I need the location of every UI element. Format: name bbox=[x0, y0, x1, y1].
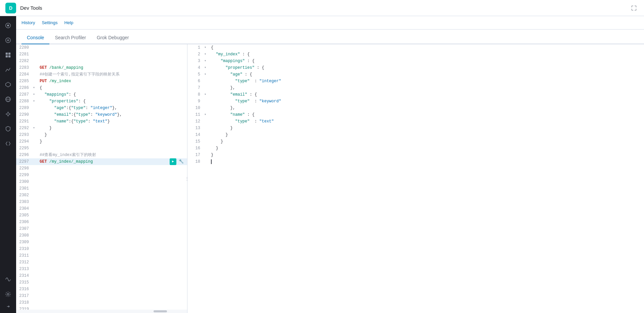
left-code-editor[interactable]: 2280 2281 2282 2283 GET /bank/_mapping22… bbox=[16, 44, 187, 310]
settings-link[interactable]: Settings bbox=[42, 19, 57, 27]
left-pane: 2280 2281 2282 2283 GET /bank/_mapping22… bbox=[16, 44, 187, 313]
fold-arrow bbox=[33, 138, 38, 145]
line-content: "name" : { bbox=[210, 111, 644, 118]
left-code-line-2283: 2283 GET /bank/_mapping bbox=[16, 64, 187, 71]
fold-arrow bbox=[33, 259, 38, 266]
help-link[interactable]: Help bbox=[64, 19, 73, 27]
left-code-line-2304: 2304 bbox=[16, 205, 187, 212]
right-code-line-18: 18 bbox=[187, 158, 644, 165]
line-number: 2305 bbox=[16, 212, 33, 219]
line-number: 2285 bbox=[16, 78, 33, 85]
fold-arrow bbox=[33, 165, 38, 172]
line-number: 2 bbox=[187, 51, 204, 58]
history-link[interactable]: History bbox=[22, 19, 35, 27]
right-code-line-6: 6 "type" : "integer" bbox=[187, 78, 644, 85]
fold-arrow bbox=[204, 138, 210, 145]
left-code-line-2314: 2314 bbox=[16, 272, 187, 279]
sidebar-icon-home[interactable] bbox=[1, 19, 15, 32]
line-number: 2287 bbox=[16, 91, 33, 98]
fold-arrow[interactable]: ▾ bbox=[204, 64, 210, 71]
fold-arrow[interactable]: ▾ bbox=[33, 125, 38, 132]
line-content: { bbox=[210, 44, 644, 51]
right-code-line-17: 17 } bbox=[187, 152, 644, 158]
line-number: 2316 bbox=[16, 286, 33, 293]
line-content: } bbox=[210, 125, 644, 132]
fold-arrow bbox=[33, 178, 38, 185]
fold-arrow bbox=[33, 118, 38, 125]
fold-arrow[interactable]: ▾ bbox=[33, 85, 38, 91]
left-h-scroll-thumb bbox=[154, 310, 167, 312]
line-content: "my_index" : { bbox=[210, 51, 644, 58]
line-content: "properties": { bbox=[38, 98, 187, 105]
line-number: 5 bbox=[187, 71, 204, 78]
left-code-line-2291: 2291 "name":{"type": "text"} bbox=[16, 118, 187, 125]
line-content: "mappings": { bbox=[38, 91, 187, 98]
sidebar-icon-discover[interactable] bbox=[1, 34, 15, 47]
nav-arrow[interactable]: ➜ bbox=[7, 302, 10, 310]
left-h-scroll[interactable] bbox=[16, 310, 187, 313]
fold-arrow bbox=[33, 232, 38, 239]
sidebar-icon-monitoring[interactable] bbox=[1, 273, 15, 286]
fold-arrow bbox=[204, 152, 210, 158]
text-cursor bbox=[211, 159, 212, 164]
line-number: 2313 bbox=[16, 266, 33, 272]
sidebar-icon-canvas[interactable] bbox=[1, 78, 15, 91]
line-number: 2303 bbox=[16, 199, 33, 205]
run-button[interactable]: ▶ bbox=[170, 158, 176, 165]
sidebar-icon-visualize[interactable] bbox=[1, 63, 15, 76]
fold-arrow[interactable]: ▾ bbox=[204, 51, 210, 58]
line-number: 2296 bbox=[16, 152, 33, 158]
line-number: 2317 bbox=[16, 293, 33, 299]
line-number: 11 bbox=[187, 111, 204, 118]
right-code-line-8: 8▾ "email" : { bbox=[187, 91, 644, 98]
left-code-line-2318: 2318 bbox=[16, 299, 187, 306]
left-code-line-2293: 2293 } bbox=[16, 132, 187, 138]
fold-arrow bbox=[33, 172, 38, 178]
fold-arrow bbox=[33, 152, 38, 158]
tab-console[interactable]: Console bbox=[22, 32, 49, 44]
tab-grok-debugger[interactable]: Grok Debugger bbox=[91, 32, 134, 44]
fold-arrow[interactable]: ▾ bbox=[33, 91, 38, 98]
fold-arrow bbox=[33, 44, 38, 51]
sidebar-icon-dashboard[interactable] bbox=[1, 48, 15, 62]
sidebar-icon-settings[interactable] bbox=[1, 288, 15, 301]
fold-arrow[interactable]: ▾ bbox=[204, 111, 210, 118]
pane-drag-handle[interactable] bbox=[186, 44, 187, 313]
fold-arrow[interactable]: ▾ bbox=[204, 71, 210, 78]
left-code-line-2306: 2306 bbox=[16, 219, 187, 225]
tab-search-profiler[interactable]: Search Profiler bbox=[49, 32, 91, 44]
fullscreen-icon[interactable] bbox=[629, 3, 639, 13]
line-number: 2314 bbox=[16, 272, 33, 279]
fold-arrow[interactable]: ▾ bbox=[33, 98, 38, 105]
left-code-line-2290: 2290 "email":{"type": "keyword"}, bbox=[16, 111, 187, 118]
fold-arrow bbox=[33, 225, 38, 232]
right-code-line-3: 3▾ "mappings" : { bbox=[187, 58, 644, 64]
line-content: } bbox=[210, 132, 644, 138]
fold-arrow bbox=[204, 132, 210, 138]
right-code-line-13: 13 } bbox=[187, 125, 644, 132]
sidebar-icon-siem[interactable] bbox=[1, 122, 15, 136]
sidebar-icon-devtools[interactable] bbox=[1, 137, 15, 150]
fold-arrow[interactable]: ▾ bbox=[204, 58, 210, 64]
line-content: ##查看my_index索引下的映射 bbox=[38, 152, 187, 158]
fold-arrow[interactable]: ▾ bbox=[204, 44, 210, 51]
svg-rect-15 bbox=[6, 55, 8, 57]
line-number: 2293 bbox=[16, 132, 33, 138]
fold-arrow[interactable]: ▾ bbox=[204, 91, 210, 98]
line-number: 2297 bbox=[16, 158, 33, 165]
fold-arrow bbox=[204, 145, 210, 152]
fold-arrow bbox=[33, 219, 38, 225]
sidebar-icon-ml[interactable] bbox=[1, 107, 15, 121]
right-code-editor[interactable]: 1▾{2▾ "my_index" : {3▾ "mappings" : {4▾ … bbox=[187, 44, 644, 313]
sidebar-icon-maps[interactable] bbox=[1, 93, 15, 106]
fold-arrow bbox=[204, 78, 210, 85]
fold-arrow bbox=[33, 272, 38, 279]
line-content: "age" : { bbox=[210, 71, 644, 78]
fold-arrow bbox=[33, 51, 38, 58]
line-content: "name":{"type": "text"} bbox=[38, 118, 187, 125]
line-content: "email" : { bbox=[210, 91, 644, 98]
left-code-line-2309: 2309 bbox=[16, 239, 187, 246]
wrench-button[interactable]: 🔧 bbox=[178, 158, 184, 165]
left-code-line-2297[interactable]: 2297 GET /my_index/_mapping▶🔧 bbox=[16, 158, 187, 165]
line-content: }, bbox=[210, 85, 644, 91]
